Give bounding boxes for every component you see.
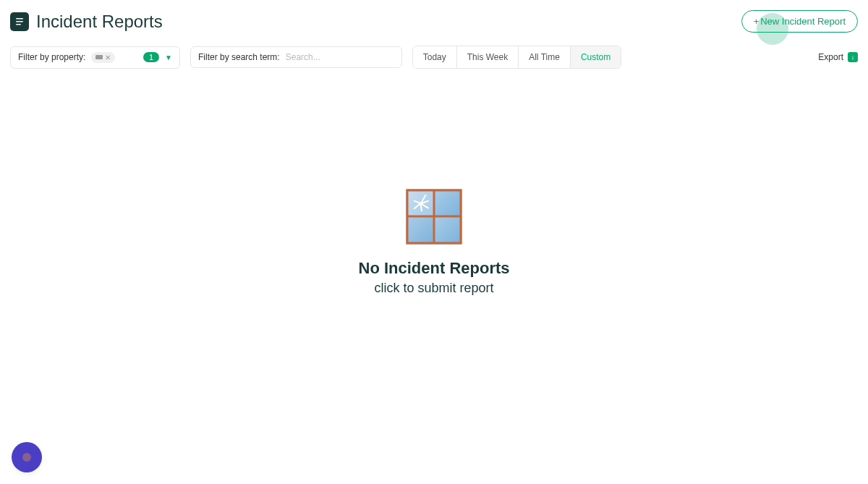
- search-label: Filter by search term:: [198, 52, 280, 62]
- new-incident-report-button[interactable]: + New Incident Report: [741, 10, 858, 33]
- time-filter-custom[interactable]: Custom: [571, 46, 621, 68]
- export-button[interactable]: Export ↓: [818, 52, 858, 62]
- new-report-label: New Incident Report: [760, 16, 846, 27]
- chevron-down-icon[interactable]: ▼: [165, 54, 172, 61]
- svg-rect-1: [16, 21, 23, 22]
- time-filter-group: Today This Week All Time Custom: [412, 46, 622, 69]
- property-filter[interactable]: Filter by property: ✕ 1 ▼: [10, 46, 180, 69]
- time-filter-today[interactable]: Today: [413, 46, 457, 68]
- page-title: Incident Reports: [36, 12, 163, 32]
- header-left: Incident Reports: [10, 12, 163, 32]
- page-header: Incident Reports + New Incident Report: [0, 0, 868, 43]
- property-chip-icon: [95, 55, 103, 59]
- svg-rect-0: [16, 18, 23, 20]
- empty-state-title: No Incident Reports: [358, 258, 509, 277]
- property-count-badge: 1: [143, 52, 159, 62]
- reports-icon: [10, 12, 29, 31]
- help-icon: [22, 453, 31, 462]
- search-filter: Filter by search term:: [190, 46, 402, 68]
- empty-state-subtitle: click to submit report: [374, 280, 493, 295]
- property-filter-label: Filter by property:: [18, 52, 85, 62]
- property-chip[interactable]: ✕: [91, 52, 115, 63]
- export-label: Export: [818, 52, 843, 62]
- time-filter-this-week[interactable]: This Week: [457, 46, 519, 68]
- search-input[interactable]: [286, 52, 394, 62]
- empty-state[interactable]: No Incident Reports click to submit repo…: [358, 189, 509, 295]
- time-filter-all-time[interactable]: All Time: [519, 46, 571, 68]
- svg-rect-2: [16, 24, 21, 25]
- broken-window-icon: [406, 189, 461, 244]
- toolbar: Filter by property: ✕ 1 ▼ Filter by sear…: [0, 43, 868, 72]
- plus-icon: +: [754, 16, 760, 27]
- download-icon: ↓: [848, 52, 858, 62]
- help-button[interactable]: [12, 442, 42, 472]
- chip-close-icon[interactable]: ✕: [105, 54, 111, 61]
